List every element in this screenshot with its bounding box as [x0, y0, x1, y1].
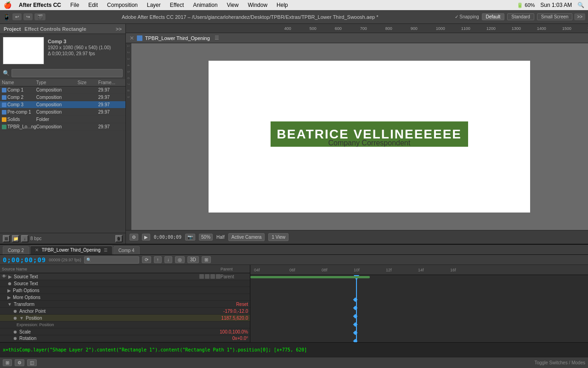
reset-btn[interactable]: Reset [236, 302, 248, 307]
tl-sub-path-options[interactable]: ▶ Path Options [0, 287, 250, 294]
tl-sub-rotation[interactable]: ⏺ Rotation 0x+0.0° [0, 335, 250, 342]
expand-arrow[interactable]: ▼ [7, 302, 12, 307]
tl-sub-transform[interactable]: ▼ Transform Reset [0, 301, 250, 308]
composition-canvas[interactable]: BEATRICE VELLINEEEEEE Company Correspond… [209, 61, 530, 213]
snapshot-btn[interactable]: 📷 [185, 234, 195, 241]
ruler-mark: 1100 [461, 26, 486, 31]
apple-menu[interactable]: 🍎 [4, 1, 11, 9]
search-icon-mac[interactable]: 🔍 [577, 2, 584, 8]
import-btn[interactable]: ↓ [21, 235, 28, 242]
appname-menu[interactable]: After Effects CC [17, 1, 63, 9]
layer-icon-adj[interactable] [216, 274, 220, 279]
tl-layer-main[interactable]: 👁 ▶ Source Text Parent [0, 273, 250, 280]
sub-row-name: Anchor Point [19, 309, 45, 314]
sub-row-icon: ⏺ [7, 281, 12, 286]
tl-3d-btn[interactable]: 3D [187, 256, 199, 263]
tl-sub-more-options[interactable]: ▶ More Options [0, 294, 250, 301]
tl-sub-source-text[interactable]: ⏺ Source Text [0, 280, 250, 287]
ruler-mark: 400 [284, 26, 310, 31]
project-bottom-toolbar: ⊞ 📁 ↓ 8 bpc 🗑 [0, 233, 125, 244]
timeline-tab-comp2[interactable]: Comp 2 [3, 246, 29, 254]
workspace-standard[interactable]: Standard [507, 13, 534, 20]
tl-new-comp-btn[interactable]: ⊞ [3, 359, 12, 366]
toolbar-undo[interactable]: ↩ [12, 13, 22, 20]
layer-icon-fx[interactable] [199, 274, 204, 279]
timeline-keyframes-area[interactable] [250, 275, 588, 342]
tl-sub-scale[interactable]: ⏺ Scale 100.0,100.0% [0, 328, 250, 335]
view-selector[interactable]: 1 View [268, 233, 288, 241]
expression-bar: x=thisComp.layer("Shape Layer 2").conten… [0, 342, 588, 357]
timeline-tab-comp4[interactable]: Comp 4 [113, 246, 140, 254]
toolbar-redo[interactable]: ↪ [23, 13, 33, 20]
comp-info-section: Comp 3 1920 x 1080 (960 x 540) (1.00) Δ … [0, 34, 125, 67]
tl-frame-btn[interactable]: ⊞ [202, 256, 211, 263]
expand-arrow[interactable]: ▼ [19, 316, 24, 321]
sub-row-name: Path Options [13, 288, 40, 293]
file-row[interactable]: Pre-comp 1 Composition 29.97 [0, 109, 125, 116]
ruler-mark: 1400 [537, 26, 562, 31]
expand-arrow[interactable]: ▶ [7, 288, 11, 293]
view-menu[interactable]: View [225, 1, 241, 9]
ruler-mark: 1200 [486, 26, 512, 31]
close-tab-icon[interactable]: ✕ [35, 247, 39, 253]
eye-icon[interactable]: 👁 [2, 274, 7, 279]
fps-info: 00009 (29.97 fps) [49, 258, 81, 262]
sub-row-icon: ⏺ [13, 336, 17, 341]
delete-btn[interactable]: 🗑 [115, 235, 123, 242]
camera-selector[interactable]: Active Camera [228, 233, 265, 241]
tl-settings-btn[interactable]: ⚙ [15, 359, 24, 366]
file-menu[interactable]: File [68, 1, 81, 9]
expand-arrow[interactable]: ▶ [7, 295, 11, 300]
file-row[interactable]: Comp 1 Composition 29.97 [0, 86, 125, 94]
tl-draft-btn[interactable]: ◫ [27, 359, 37, 366]
snapping-label: ✓ Snapping [455, 14, 479, 19]
timeline-tab-active[interactable]: ✕ TPBR_Lower Third_Opening ☰ [30, 246, 113, 254]
viewer-settings-btn[interactable]: ⚙ [130, 234, 138, 241]
new-comp-btn[interactable]: ⊞ [3, 235, 10, 242]
file-row[interactable]: Solids Folder [0, 116, 125, 123]
animation-menu[interactable]: Animation [191, 1, 219, 9]
layer-name: Source Text [12, 274, 199, 279]
ruler-10f: 10f [354, 268, 360, 272]
tl-sub-position[interactable]: ⏺ ▼ Position 1187.5,620.0 [0, 315, 250, 322]
layer-menu[interactable]: Layer [145, 1, 163, 9]
window-menu[interactable]: Window [246, 1, 269, 9]
edit-menu[interactable]: Edit [86, 1, 100, 9]
ruler-mark: 600 [335, 26, 360, 31]
toolbar-expand[interactable]: >> [574, 13, 585, 20]
comp-menu-btn[interactable]: ☰ [215, 35, 219, 41]
tl-toolbar-btn2[interactable]: ↑ [154, 256, 162, 263]
file-name: Comp 1 [7, 87, 36, 92]
tl-toolbar-btn1[interactable]: ⟳ [142, 256, 151, 263]
file-row[interactable]: Comp 2 Composition 29.97 [0, 94, 125, 101]
composition-menu[interactable]: Composition [105, 1, 140, 9]
file-row[interactable]: Comp 3 Composition 29.97 [0, 101, 125, 109]
file-fps: 29.97 [98, 102, 124, 107]
toggle-switches-btn[interactable]: Toggle Switches / Modes [534, 360, 585, 365]
layer-icon-3d[interactable] [205, 274, 209, 279]
layer-icon-motion[interactable] [210, 274, 215, 279]
close-comp-tab[interactable]: ✕ [130, 35, 134, 41]
toolbar-camera[interactable]: 🎬 [34, 13, 45, 20]
ruler-mark: 700 [360, 26, 385, 31]
tl-solo-btn[interactable]: ◎ [175, 256, 185, 263]
tab-menu[interactable]: ☰ [104, 248, 107, 253]
help-menu[interactable]: Help [275, 1, 290, 9]
effect-menu[interactable]: Effect [168, 1, 186, 9]
workspace-default[interactable]: Default [482, 13, 505, 20]
comp-tab-active[interactable]: TPBR_Lower Third_Opening [145, 35, 210, 41]
file-row[interactable]: TPBR_Lo...ng Composition 29.97 [0, 123, 125, 131]
workspace-selector: ✓ Snapping Default Standard Small Screen [455, 13, 573, 20]
tl-toolbar-btn3[interactable]: ↓ [164, 256, 172, 263]
zoom-selector[interactable]: 50% [199, 234, 213, 241]
viewer-preview-btn[interactable]: ▶ [142, 234, 150, 241]
panel-expand-btn[interactable]: >> [116, 26, 122, 32]
timeline-search-input[interactable] [84, 256, 139, 264]
tl-sub-anchor-point[interactable]: ⏺ Anchor Point -179.0,-12.0 [0, 308, 250, 315]
project-search-input[interactable] [11, 69, 123, 77]
file-fps: 29.97 [98, 95, 124, 100]
expand-icon[interactable]: ▶ [8, 274, 12, 279]
workspace-small-screen[interactable]: Small Screen [537, 13, 572, 20]
ruler-06f: 06f [289, 268, 295, 272]
new-folder-btn[interactable]: 📁 [12, 235, 19, 242]
